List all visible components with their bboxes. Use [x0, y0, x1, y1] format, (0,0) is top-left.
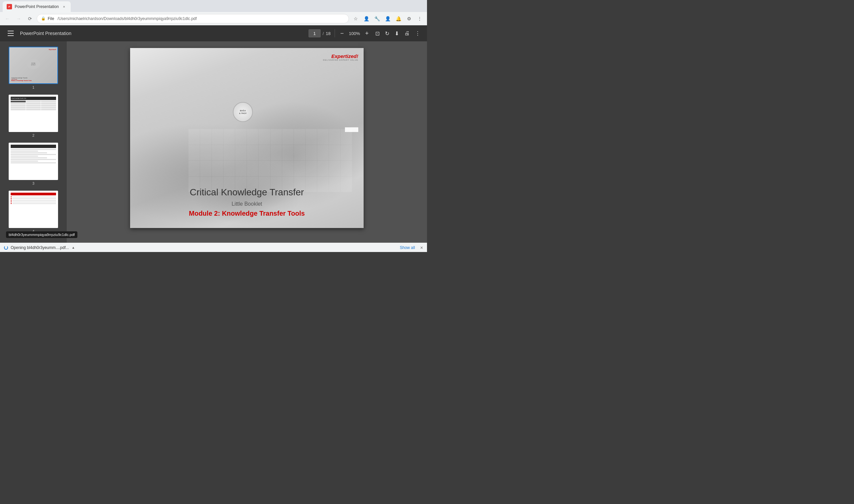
page-module-title: Module 2: Knowledge Transfer Tools	[141, 210, 353, 217]
thumb4-dot	[11, 203, 12, 204]
back-button[interactable]: ←	[3, 14, 12, 23]
thumb2-cell	[11, 107, 26, 108]
total-pages: 18	[326, 31, 331, 36]
profile-icon-1[interactable]: 👤	[362, 14, 371, 23]
key	[341, 161, 352, 176]
thumbnail-wrapper-2: Critical Knowledge Transfer Tools	[9, 95, 58, 132]
print-icon[interactable]: 🖨	[403, 29, 411, 38]
key	[306, 161, 317, 176]
key	[271, 161, 282, 176]
key	[247, 161, 258, 176]
key	[189, 129, 200, 145]
thumb2-header: Critical Knowledge Transfer Tools	[11, 97, 56, 100]
thumb-preview-3	[9, 143, 57, 179]
thumb3-line	[11, 156, 38, 157]
thumbnail-4[interactable]: 4	[3, 191, 64, 233]
thumb4-dot	[11, 196, 12, 197]
key	[271, 129, 282, 145]
fit-page-icon[interactable]: ⊡	[374, 29, 381, 38]
pdf-document-title: PowerPoint Presentation	[20, 31, 304, 36]
address-bar[interactable]: 🔒 File /Users/michaelrichardson/Download…	[37, 14, 349, 23]
thumb2-cell	[26, 105, 41, 106]
key	[189, 145, 200, 161]
thumb4-dot-row	[11, 200, 56, 201]
tab-title: PowerPoint Presentation	[15, 4, 59, 9]
download-close-button[interactable]: ×	[420, 245, 423, 250]
thumb-preview-4	[9, 191, 57, 227]
page-number-input[interactable]	[309, 29, 320, 37]
logo-main-text: Expertized!	[323, 53, 358, 59]
thumbnail-1[interactable]: Expertized! BUĞA&TROY Critical Knowledge…	[3, 47, 64, 89]
thumb4-dot-row	[11, 201, 56, 202]
download-tooltip: bl4dh0r3yeummmpiqya9rrpziu9c1dlc.pdf	[6, 231, 77, 238]
page-subtitle: Little Booklet	[141, 201, 353, 207]
page-logo: Expertized! DELIVERING EXPERT VALUE	[323, 53, 358, 61]
file-path: /Users/michaelrichardson/Downloads/bl4dh…	[57, 16, 197, 21]
menu-line	[8, 31, 14, 31]
profile-icon-2[interactable]: 👤	[383, 14, 392, 23]
thumbnail-3[interactable]: 3	[3, 143, 64, 185]
thumb2-cell	[41, 107, 56, 108]
thumb2-cell	[41, 103, 56, 104]
show-all-button[interactable]: Show all	[400, 245, 415, 250]
thumb2-header-text: Critical Knowledge Transfer Tools	[11, 98, 26, 99]
thumb2-cell	[26, 109, 41, 110]
thumb4-header	[11, 193, 56, 195]
key	[247, 129, 258, 145]
thumb2-cell	[41, 101, 56, 102]
key	[329, 145, 340, 161]
key	[189, 161, 200, 176]
thumb4-dot	[11, 200, 12, 201]
key	[259, 129, 270, 145]
zoom-out-button[interactable]: −	[339, 29, 345, 38]
more-icon[interactable]: ⋮	[415, 14, 424, 23]
thumb4-line	[12, 200, 56, 201]
key	[282, 145, 294, 161]
extension-icon[interactable]: 🔧	[372, 14, 382, 23]
notification-icon[interactable]: 🔔	[394, 14, 403, 23]
thumb2-cell	[41, 109, 56, 110]
forward-button[interactable]: →	[14, 14, 23, 23]
file-label: File	[48, 16, 54, 21]
tab-close-button[interactable]: ×	[62, 4, 67, 9]
badge-coin: BUĞA& TROY	[233, 102, 253, 122]
download-filename: Opening bl4dh0r3yeumm....pdf...	[11, 245, 69, 250]
thumbnail-2[interactable]: Critical Knowledge Transfer Tools	[3, 95, 64, 137]
thumb2-cell	[11, 105, 26, 106]
thumbnail-wrapper-4	[9, 191, 58, 228]
thumb-module: Module 2: Knowledge Transfer Tools	[11, 80, 55, 81]
reload-button[interactable]: ⟳	[25, 14, 35, 23]
rotate-icon[interactable]: ↻	[384, 29, 391, 38]
thumb4-dot-row	[11, 198, 56, 199]
thumb-preview-2: Critical Knowledge Transfer Tools	[9, 95, 57, 131]
thumb-preview-1: Expertized! BUĞA&TROY Critical Knowledge…	[9, 47, 57, 83]
zoom-in-button[interactable]: +	[364, 29, 370, 38]
thumb2-row	[11, 109, 56, 110]
main-content: Expertized! BUĞA&TROY Critical Knowledge…	[0, 41, 427, 243]
key	[341, 145, 352, 161]
key	[294, 161, 305, 176]
thumb4-line	[12, 203, 56, 204]
bookmark-icon[interactable]: ☆	[351, 14, 360, 23]
download-caret-icon[interactable]: ▲	[72, 246, 75, 249]
active-tab[interactable]: P PowerPoint Presentation ×	[3, 1, 71, 12]
key	[259, 161, 270, 176]
download-icon[interactable]: ⬇	[393, 29, 400, 38]
thumb4-line	[12, 202, 56, 202]
key	[212, 145, 223, 161]
pdf-toolbar: PowerPoint Presentation / 18 − 100% + ⊡ …	[0, 25, 427, 41]
sidebar-toggle-button[interactable]	[5, 28, 16, 39]
thumb4-line	[12, 198, 56, 199]
thumb2-row	[11, 103, 56, 104]
pdf-toolbar-right: ⊡ ↻ ⬇ 🖨 ⋮	[374, 29, 422, 38]
thumb2-cell	[26, 107, 41, 108]
pdf-page: Expertized! DELIVERING EXPERT VALUE BUĞA…	[130, 48, 364, 228]
more-options-icon[interactable]: ⋮	[414, 29, 422, 38]
settings-icon[interactable]: ⚙	[404, 14, 414, 23]
thumb3-header	[11, 145, 56, 148]
thumb4-dot-row	[11, 203, 56, 204]
key	[306, 129, 317, 145]
page-separator: /	[323, 31, 324, 36]
thumbnail-sidebar: Expertized! BUĞA&TROY Critical Knowledge…	[0, 41, 67, 243]
zoom-level: 100%	[347, 31, 362, 36]
